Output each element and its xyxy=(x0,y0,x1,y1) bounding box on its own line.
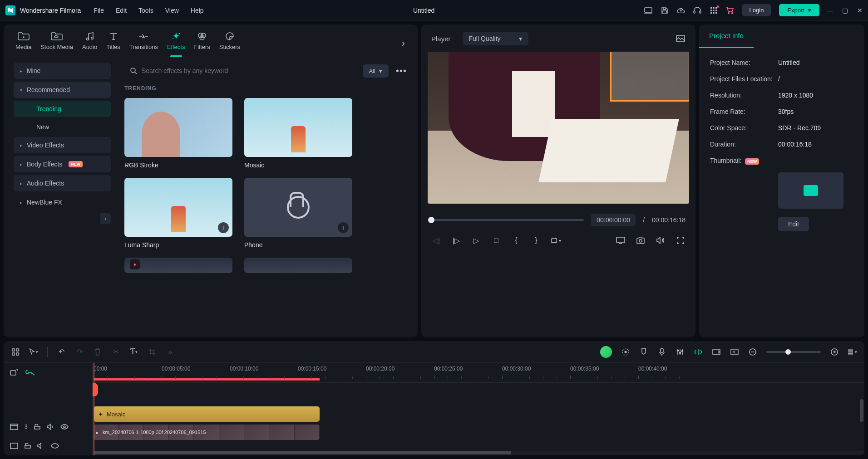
tab-audio[interactable]: Audio xyxy=(78,30,102,57)
search-input[interactable] xyxy=(142,67,353,74)
effect-card-mosaic[interactable]: Mosaic xyxy=(244,98,352,169)
snapshot-icon[interactable] xyxy=(676,34,686,44)
timeline-tracks[interactable]: 00:0000:00:05:0000:00:10:0000:00:15:0000… xyxy=(93,363,864,455)
effect-card[interactable]: ♦ xyxy=(124,258,232,278)
tl-zoom-in-icon[interactable] xyxy=(830,347,839,356)
v-scrollbar[interactable] xyxy=(860,399,863,422)
time-current[interactable]: 00:00:00:00 xyxy=(591,214,636,226)
tl-add-track-icon[interactable] xyxy=(10,369,18,376)
fx-clip-mosaic[interactable]: Mosaic xyxy=(94,406,320,422)
track-visibility-icon[interactable] xyxy=(51,443,59,449)
tab-transitions[interactable]: Transitions xyxy=(125,30,163,57)
effect-card-luma-sharp[interactable]: ↓Luma Sharp xyxy=(124,178,232,249)
sidebar-item-audio-effects[interactable]: ▸Audio Effects xyxy=(14,175,111,191)
prev-frame-icon[interactable]: ◁| xyxy=(431,235,441,245)
sidebar-item-trending[interactable]: Trending xyxy=(14,101,111,117)
tl-cut-icon[interactable]: ✂ xyxy=(111,347,120,356)
tl-marker-icon[interactable] xyxy=(639,347,648,356)
effect-card-rgb-stroke[interactable]: RGB Stroke xyxy=(124,98,232,169)
tl-text-icon[interactable]: T▾ xyxy=(129,347,138,356)
timeline-ruler[interactable]: 00:0000:00:05:0000:00:10:0000:00:15:0000… xyxy=(93,363,864,383)
track-mute-icon[interactable] xyxy=(47,424,54,430)
close-icon[interactable]: ✕ xyxy=(857,7,863,14)
play-icon[interactable]: ▷ xyxy=(471,235,481,245)
download-icon[interactable]: ↓ xyxy=(338,222,349,233)
video-preview[interactable] xyxy=(428,52,689,204)
display-icon[interactable] xyxy=(616,235,626,245)
tl-link-icon[interactable] xyxy=(25,370,35,376)
sidebar-item-newblue[interactable]: ▸NewBlue FX xyxy=(14,194,111,210)
step-back-icon[interactable]: |▷ xyxy=(451,235,461,245)
sidebar-item-body-effects[interactable]: ▸Body EffectsNEW xyxy=(14,156,111,172)
tl-split-icon[interactable] xyxy=(694,347,703,356)
mosaic-overlay[interactable] xyxy=(610,52,689,102)
work-area[interactable] xyxy=(94,378,320,381)
mark-in-icon[interactable]: { xyxy=(511,235,521,245)
tab-stickers[interactable]: Stickers xyxy=(215,30,245,57)
tl-mic-icon[interactable] xyxy=(657,347,666,356)
stop-icon[interactable]: □ xyxy=(491,235,501,245)
sidebar-item-recommended[interactable]: ▾Recommended xyxy=(14,82,111,98)
sidebar-item-new[interactable]: New xyxy=(14,119,111,135)
tab-effects[interactable]: Effects xyxy=(163,30,190,57)
tl-redo-icon[interactable]: ↷ xyxy=(75,347,84,356)
menu-tools[interactable]: Tools xyxy=(138,7,153,14)
export-button[interactable]: Export▾ xyxy=(779,4,819,16)
cloud-icon[interactable] xyxy=(677,7,685,14)
tab-stock-media[interactable]: Stock Media xyxy=(36,30,78,57)
fullscreen-icon[interactable] xyxy=(676,235,686,245)
h-scrollbar[interactable] xyxy=(94,451,864,454)
camera-icon[interactable] xyxy=(636,235,646,245)
track-mute-icon[interactable] xyxy=(37,443,44,449)
track-visibility-icon[interactable] xyxy=(60,424,69,430)
tl-view-icon[interactable]: ▾ xyxy=(848,347,857,356)
volume-icon[interactable] xyxy=(656,235,666,245)
cart-icon[interactable] xyxy=(726,7,734,14)
tl-render-icon[interactable] xyxy=(712,347,721,356)
tl-crop-icon[interactable] xyxy=(148,347,157,356)
menu-edit[interactable]: Edit xyxy=(116,7,127,14)
mark-out-icon[interactable]: } xyxy=(531,235,541,245)
minimize-icon[interactable]: — xyxy=(827,7,833,14)
progress-slider[interactable] xyxy=(431,219,584,221)
maximize-icon[interactable]: ▢ xyxy=(842,7,848,14)
tab-media[interactable]: Media xyxy=(11,30,36,57)
tl-delete-icon[interactable] xyxy=(93,347,102,356)
tl-mixer-icon[interactable] xyxy=(676,347,685,356)
more-icon[interactable]: ••• xyxy=(393,66,409,76)
video-clip[interactable]: km_20240706-1-1080p-30f 20240706_091515 xyxy=(94,425,320,440)
tl-zoom-out-icon[interactable] xyxy=(748,347,757,356)
device-icon[interactable] xyxy=(644,7,652,14)
tab-project-info[interactable]: Project Info xyxy=(699,24,754,48)
menu-file[interactable]: File xyxy=(94,7,104,14)
tab-titles[interactable]: Titles xyxy=(102,30,125,57)
save-icon[interactable] xyxy=(661,7,669,14)
filter-dropdown[interactable]: All▾ xyxy=(363,64,389,78)
quality-dropdown[interactable]: Full Quality▾ xyxy=(463,32,528,45)
tab-filters[interactable]: Filters xyxy=(189,30,214,57)
headset-icon[interactable] xyxy=(693,7,701,14)
tl-select-icon[interactable]: ▾ xyxy=(29,347,38,356)
tl-ai-icon[interactable] xyxy=(600,346,612,358)
zoom-slider[interactable] xyxy=(766,351,821,353)
edit-button[interactable]: Edit xyxy=(778,217,809,231)
apps-icon[interactable] xyxy=(710,7,718,14)
marker-icon[interactable]: ▾ xyxy=(551,235,561,245)
tabs-more-icon[interactable]: › xyxy=(396,38,410,49)
menu-help[interactable]: Help xyxy=(191,7,204,14)
login-button[interactable]: Login xyxy=(742,4,771,16)
sidebar-item-mine[interactable]: ▸Mine xyxy=(14,63,111,79)
sidebar-item-video-effects[interactable]: ▸Video Effects xyxy=(14,137,111,153)
tl-image-icon[interactable] xyxy=(730,347,739,356)
effect-card[interactable] xyxy=(244,258,352,278)
tl-color-icon[interactable] xyxy=(621,347,630,356)
tl-undo-icon[interactable]: ↶ xyxy=(57,347,66,356)
download-icon[interactable]: ↓ xyxy=(218,222,229,233)
tl-add-icon[interactable] xyxy=(11,347,20,356)
collapse-sidebar-icon[interactable]: ‹ xyxy=(100,213,111,224)
thumbnail-preview[interactable] xyxy=(778,172,843,209)
track-lock-icon[interactable] xyxy=(25,443,31,449)
track-lock-icon[interactable] xyxy=(34,424,40,430)
playhead[interactable] xyxy=(94,363,94,455)
menu-view[interactable]: View xyxy=(165,7,179,14)
